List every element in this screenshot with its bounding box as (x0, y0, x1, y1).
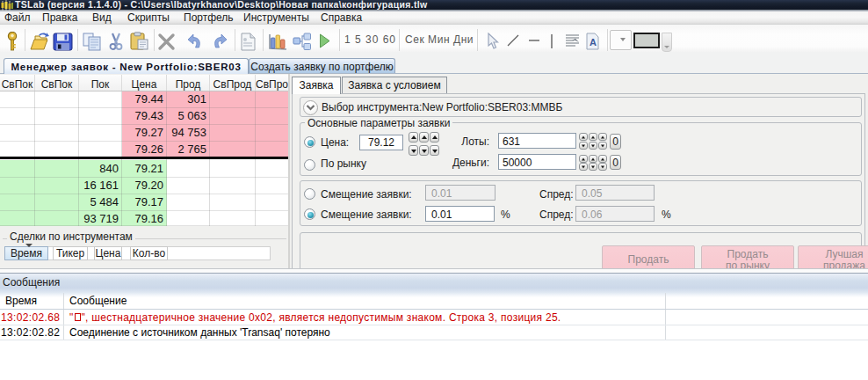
svg-text:A: A (590, 37, 597, 48)
